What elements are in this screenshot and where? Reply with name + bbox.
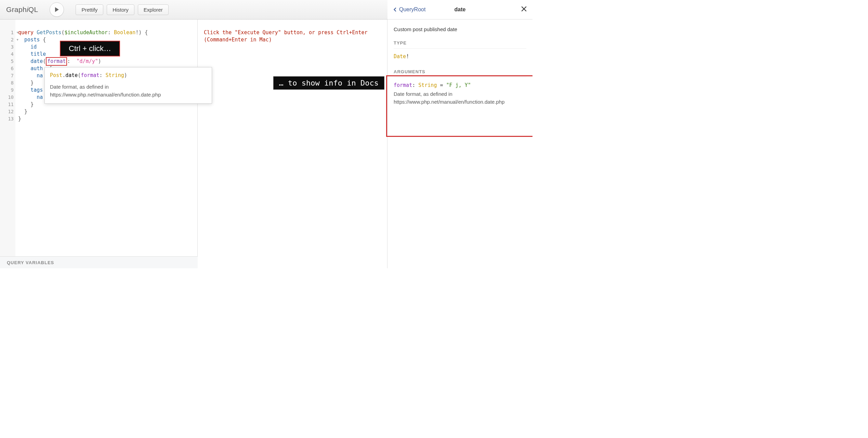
docs-type-heading: TYPE	[394, 40, 526, 49]
docs-arguments-section: format: String = "F j, Y" Date format, a…	[394, 82, 526, 106]
editor-gutter: 1▼ 2▼ 3 4 5 6 7 8 9 10 11 12 13	[0, 20, 15, 256]
query-variables-toggle[interactable]: QUERY VARIABLES	[0, 256, 198, 268]
play-icon	[54, 7, 60, 12]
app-logo: GraphiQL	[6, 5, 38, 14]
result-pane: Click the "Execute Query" button, or pre…	[198, 20, 387, 268]
docs-arg-description: Date format, as defined in https://www.p…	[394, 90, 526, 106]
docs-type-link[interactable]: Date	[394, 53, 406, 60]
docs-type-value: Date!	[394, 53, 526, 60]
close-icon	[521, 6, 527, 12]
docs-title: date	[455, 7, 466, 13]
execute-button[interactable]	[50, 2, 64, 17]
chevron-left-icon	[393, 7, 398, 12]
editor-pane: 1▼ 2▼ 3 4 5 6 7 8 9 10 11 12 13 query Ge…	[0, 20, 198, 268]
explorer-button[interactable]: Explorer	[138, 4, 169, 15]
docs-description: Custom post published date	[394, 26, 526, 32]
docs-header: QueryRoot date	[387, 0, 532, 20]
prettify-button[interactable]: Prettify	[76, 4, 103, 15]
main-area: 1▼ 2▼ 3 4 5 6 7 8 9 10 11 12 13 query Ge…	[0, 20, 532, 268]
docs-arguments-heading: ARGUMENTS	[394, 69, 526, 77]
query-editor[interactable]: 1▼ 2▼ 3 4 5 6 7 8 9 10 11 12 13 query Ge…	[0, 20, 198, 256]
docs-close-button[interactable]	[521, 5, 527, 14]
result-placeholder-line1: Click the "Execute Query" button, or pre…	[204, 29, 381, 36]
hover-tooltip: Post.date(format: String) Date format, a…	[44, 67, 212, 104]
result-placeholder-line2: (Command+Enter in Mac)	[204, 36, 381, 43]
history-button[interactable]: History	[107, 4, 134, 15]
tooltip-description: Date format, as defined in https://www.p…	[50, 83, 207, 99]
docs-argument-item: format: String = "F j, Y"	[394, 82, 526, 88]
docs-arg-name[interactable]: format	[394, 82, 412, 88]
docs-arg-type-link[interactable]: String	[418, 82, 437, 88]
tooltip-signature: Post.date(format: String)	[50, 72, 207, 78]
annotation-docs-info: … to show info in Docs	[273, 76, 384, 90]
annotation-ctrl-click: Ctrl + click…	[60, 41, 120, 56]
docs-back-button[interactable]: QueryRoot	[393, 7, 425, 13]
docs-back-label: QueryRoot	[399, 7, 425, 13]
docs-body: Custom post published date TYPE Date! AR…	[387, 20, 532, 113]
docs-pane: QueryRoot date Custom post published dat…	[387, 20, 532, 268]
